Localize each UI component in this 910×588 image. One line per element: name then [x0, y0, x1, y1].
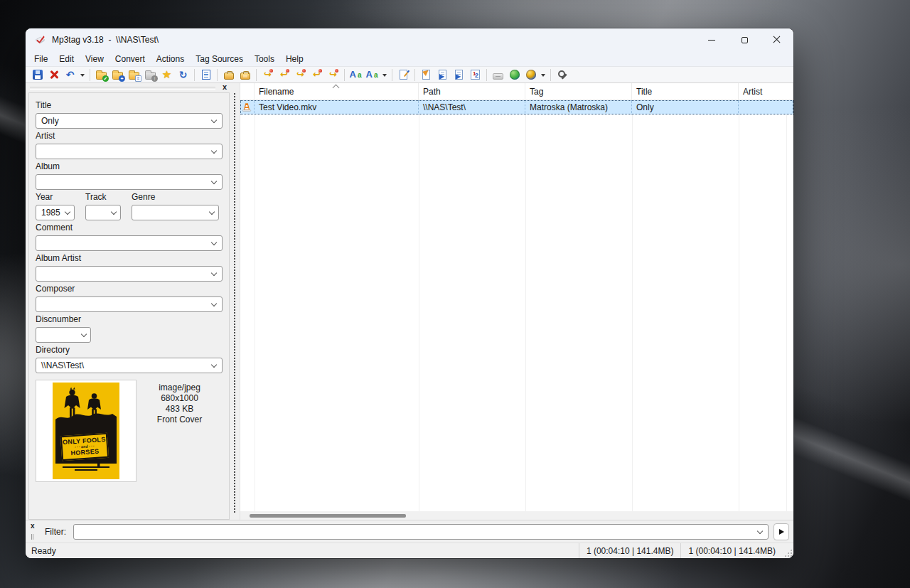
comment-combobox[interactable] [36, 235, 223, 251]
convert-textfile-tag-button[interactable] [309, 68, 325, 82]
create-playlist-button[interactable] [434, 68, 451, 82]
web-sources-menu-button[interactable] [539, 68, 547, 82]
track-combobox[interactable] [85, 205, 121, 220]
cover-art-box[interactable]: ONLY FOOLS and HORSES [36, 380, 136, 482]
panel-splitter[interactable] [230, 83, 240, 520]
menu-view[interactable]: View [80, 53, 109, 65]
auto-numbering-button[interactable] [467, 68, 483, 82]
filter-apply-button[interactable] [774, 523, 789, 540]
composer-combobox[interactable] [36, 296, 223, 312]
toolbar-separator [194, 69, 195, 81]
cd-rip-button[interactable] [490, 68, 506, 82]
horizontal-scrollbar[interactable] [240, 511, 793, 520]
chevron-down-icon [211, 240, 217, 245]
convert-tag-filename-button[interactable] [259, 68, 276, 82]
cd-drive-icon [493, 73, 503, 80]
genre-combobox[interactable] [132, 205, 219, 220]
menu-edit[interactable]: Edit [53, 53, 80, 65]
menu-tools[interactable]: Tools [249, 53, 280, 65]
title-cell: Only [632, 100, 739, 114]
auto-numbering-icon [471, 70, 480, 80]
maximize-icon [742, 37, 748, 43]
actions-icon [350, 69, 363, 80]
status-pane-total: 1 (00:04:10 | 141.4MB) [579, 543, 681, 558]
copy-tag-button[interactable] [220, 68, 237, 82]
toolbar-separator [486, 69, 487, 81]
title-combobox[interactable]: Only [36, 113, 223, 129]
undo-button[interactable] [62, 68, 78, 82]
tag-panel-sizer[interactable]: x [28, 83, 230, 92]
toolbar-separator [217, 69, 218, 81]
actions-button[interactable] [348, 68, 364, 82]
parent-directory-button[interactable]: ↑ [142, 68, 159, 82]
menu-help[interactable]: Help [280, 53, 309, 65]
poster-credits [60, 465, 111, 472]
filter-input[interactable] [73, 524, 769, 540]
paste-tag-button[interactable] [237, 68, 253, 82]
export-button[interactable] [418, 68, 434, 82]
directory-combobox[interactable]: \\NAS\Test\ [36, 358, 223, 373]
title-value: Only [41, 116, 59, 126]
wrench-icon [557, 69, 568, 80]
minimize-button[interactable] [695, 28, 728, 51]
playlist-selected-icon [455, 70, 463, 80]
column-header-title[interactable]: Title [632, 83, 739, 100]
undo-menu-button[interactable] [78, 68, 87, 82]
web-sources-button[interactable] [523, 68, 539, 82]
menu-file[interactable]: File [28, 53, 53, 65]
extended-tags-button[interactable] [395, 68, 412, 82]
create-playlist-selected-button[interactable] [451, 68, 467, 82]
scrollbar-thumb[interactable] [250, 514, 406, 518]
web-source-button[interactable] [506, 68, 523, 82]
menu-actions[interactable]: Actions [151, 53, 190, 65]
remove-tag-button[interactable] [46, 68, 62, 82]
add-directory-button[interactable]: + [109, 68, 126, 82]
options-button[interactable] [554, 68, 570, 82]
actions-menu-button[interactable] [380, 68, 389, 82]
discnumber-combobox[interactable] [36, 327, 91, 343]
toolbar-separator [90, 69, 90, 81]
toolbar-separator [550, 69, 551, 81]
maximize-button[interactable] [728, 28, 761, 51]
titlebar[interactable]: Mp3tag v3.18 - \\NAS\Test\ [26, 28, 793, 51]
mp3tag-window: Mp3tag v3.18 - \\NAS\Test\ File Edit Vie… [26, 28, 793, 558]
column-header-artist[interactable]: Artist [739, 83, 793, 100]
chevron-down-icon [382, 74, 387, 79]
table-row[interactable]: Test Video.mkv \\NAS\Test\ Matroska (Mat… [240, 100, 793, 114]
column-header-path[interactable]: Path [419, 83, 525, 100]
resize-grip[interactable] [783, 543, 793, 558]
change-directory-button[interactable]: ✓ [93, 68, 109, 82]
tag-panel-toggle-button[interactable] [198, 68, 214, 82]
column-header-tag[interactable]: Tag [525, 83, 632, 100]
minimize-icon [708, 40, 715, 41]
convert-filename-tag-button[interactable] [276, 68, 292, 82]
menu-convert[interactable]: Convert [109, 53, 151, 65]
refresh-button[interactable] [175, 68, 191, 82]
open-playlist-button[interactable]: ≡ [126, 68, 142, 82]
album-artist-combobox[interactable] [36, 266, 223, 282]
menu-tag-sources[interactable]: Tag Sources [190, 53, 249, 65]
album-combobox[interactable] [36, 174, 223, 190]
year-combobox[interactable]: 1985 [36, 205, 75, 220]
vlc-cone-icon [242, 102, 252, 112]
save-icon [33, 70, 43, 80]
cover-mime: image/jpeg [136, 383, 223, 393]
save-button[interactable] [29, 68, 46, 82]
cover-filesize: 483 KB [136, 404, 223, 415]
tag-panel-icon [202, 70, 210, 80]
file-list-body[interactable]: Test Video.mkv \\NAS\Test\ Matroska (Mat… [240, 100, 793, 511]
cover-dimensions: 680x1000 [136, 393, 223, 404]
close-button[interactable] [761, 28, 793, 51]
tag-panel-close-button[interactable]: x [223, 82, 227, 92]
convert-tag-tag-button[interactable] [325, 68, 341, 82]
window-controls [695, 28, 793, 51]
mp3tag-logo-icon [34, 34, 46, 46]
column-header-icon[interactable] [240, 83, 255, 100]
cover-type: Front Cover [136, 415, 223, 425]
artist-combobox[interactable] [36, 144, 223, 159]
filter-close-button[interactable]: x [31, 522, 35, 530]
file-list-header: Filename Path Tag Title Artist [240, 83, 793, 100]
convert-filename-filename-button[interactable] [292, 68, 309, 82]
favorite-directories-button[interactable] [159, 68, 175, 82]
actions-quick-button[interactable] [364, 68, 380, 82]
